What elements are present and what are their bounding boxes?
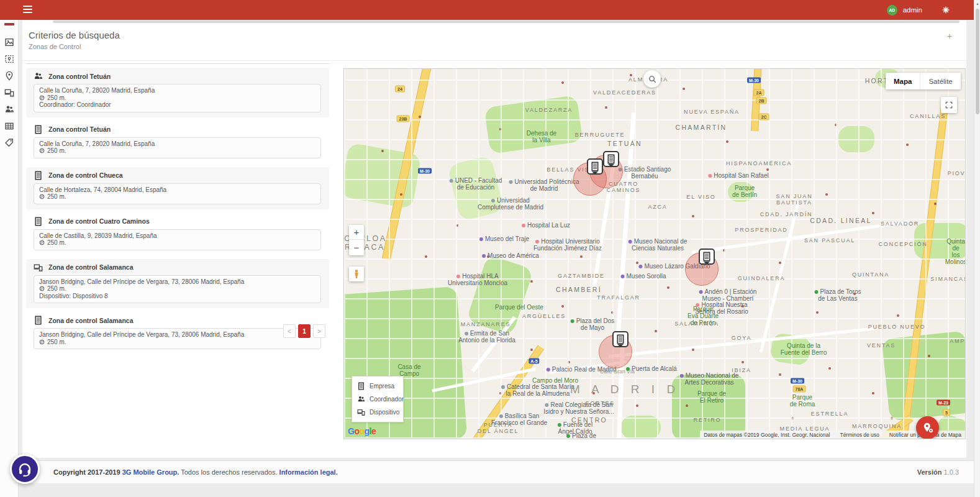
road-shield: M-23: [937, 400, 950, 406]
zone-title: Zona de control Chueca: [48, 171, 123, 179]
horizontal-scrollbar[interactable]: [53, 21, 960, 23]
zone-card-header: Zona de control Salamanca: [26, 263, 329, 272]
scrollbar-thumb[interactable]: [976, 9, 979, 114]
zoom-control: + −: [349, 225, 364, 255]
zone-card[interactable]: Zona control TetuánCalle la Coruña, 7, 2…: [26, 68, 329, 117]
company-link[interactable]: 3G Mobile Group.: [122, 468, 179, 476]
zoom-in-button[interactable]: +: [349, 225, 364, 240]
building-marker-icon[interactable]: [612, 331, 628, 347]
zone-details-box: Janson Bridging, Calle del Príncipe de V…: [34, 275, 321, 304]
map-copyright: Datos de mapas ©2019 Google, Inst. Geogr…: [704, 432, 830, 438]
top-navbar: AD admin: [0, 0, 974, 20]
building-icon: [34, 125, 43, 134]
zoom-out-button[interactable]: −: [349, 240, 364, 255]
road-shield: 5: [943, 409, 950, 416]
zone-card-header: Zona de control Salamanca: [26, 316, 329, 325]
support-chat-fab[interactable]: [10, 454, 40, 484]
road-shield: M-30: [418, 168, 432, 174]
version-label: Versión 1.0.3: [917, 468, 959, 476]
road-shield: 23B: [397, 116, 410, 122]
sidebar-item-tags[interactable]: [4, 138, 14, 148]
locate-zones-fab[interactable]: [916, 416, 939, 439]
zone-title: Zona de control Salamanca: [48, 263, 134, 271]
legend-item-empresa: Empresa: [352, 380, 403, 393]
sidebar-item-locations[interactable]: [4, 71, 14, 81]
building-icon: [357, 382, 365, 390]
radius-icon: [39, 286, 45, 291]
app-logo: [4, 23, 14, 25]
zone-address: Calle la Coruña, 7, 28020 Madrid, España: [39, 140, 315, 148]
map-search-button[interactable]: [643, 70, 661, 88]
google-logo[interactable]: Google: [348, 426, 376, 436]
road-shield: M-30: [747, 78, 761, 83]
zone-address: Calle la Coruña, 7, 28020 Madrid, España: [39, 87, 315, 94]
icon-sidebar: [0, 20, 19, 497]
user-name: admin: [903, 6, 922, 14]
map-type-satellite-button[interactable]: Satélite: [920, 73, 960, 89]
user-menu[interactable]: AD admin: [887, 0, 950, 20]
page-scrollbar[interactable]: ▲: [974, 0, 980, 497]
zone-radius: 250 m.: [39, 94, 315, 102]
footer-copyright: Copyright 2017-2019 3G Mobile Group. Tod…: [53, 468, 338, 476]
pagination-next-button[interactable]: >: [313, 324, 325, 338]
zone-address: Calle de Hortaleza, 74, 28004 Madrid, Es…: [39, 186, 315, 194]
menu-toggle-icon[interactable]: [23, 6, 32, 14]
building-marker-icon[interactable]: [587, 158, 603, 175]
zone-address: Janson Bridging, Calle del Príncipe de V…: [39, 278, 315, 286]
zone-radius: 250 m.: [39, 339, 315, 346]
map-type-map-button[interactable]: Mapa: [886, 73, 920, 89]
avatar: AD: [887, 5, 897, 16]
terms-link[interactable]: Términos de uso: [840, 432, 879, 438]
radius-icon: [39, 240, 45, 245]
zone-card-header: Zona de control Cuatro Caminos: [26, 217, 329, 226]
sidebar-item-control-zones[interactable]: [4, 54, 14, 64]
radius-icon: [39, 148, 45, 153]
zone-card[interactable]: Zona de control SalamancaJanson Bridging…: [26, 259, 329, 309]
expand-panel-icon[interactable]: +: [945, 32, 954, 40]
road-shield: 2A: [754, 89, 764, 96]
road-shield: 24: [395, 86, 405, 93]
zone-address: Calle de Castilla, 9, 28039 Madrid, Espa…: [39, 232, 315, 240]
sidebar-item-reports[interactable]: [4, 121, 14, 131]
zone-card-header: Zona de control Chueca: [26, 171, 329, 180]
radius-icon: [39, 339, 45, 345]
tools-icon[interactable]: [941, 6, 950, 14]
pegman-control[interactable]: [349, 267, 364, 281]
app-root: AD admin ▲ Criterios de búsqueda Zonas d…: [0, 0, 980, 497]
building-icon: [34, 171, 43, 180]
page-subtitle: Zonas de Control: [29, 43, 81, 50]
zone-title: Zona control Tetuán: [48, 73, 111, 80]
search-criteria-panel: Criterios de búsqueda Zonas de Control +…: [22, 21, 966, 458]
map-type-control: Mapa Satélite: [886, 73, 961, 89]
sidebar-item-map-image[interactable]: [4, 37, 14, 47]
zone-card[interactable]: Zona de control ChuecaCalle de Hortaleza…: [26, 167, 329, 209]
zone-card[interactable]: Zona de control Cuatro CaminosCalle de C…: [26, 213, 329, 255]
radius-icon: [39, 95, 45, 101]
road-shield: A-5: [529, 358, 539, 364]
building-icon: [34, 217, 43, 226]
legend-item-coordinador: Coordinador: [352, 393, 403, 406]
building-marker-icon[interactable]: [603, 151, 619, 167]
building-marker-icon[interactable]: [699, 248, 715, 265]
sidebar-item-users[interactable]: [4, 104, 14, 114]
pagination-page-1-button[interactable]: 1: [298, 324, 311, 338]
zone-card[interactable]: Zona control TetuánCalle la Coruña, 7, 2…: [26, 121, 329, 163]
zone-radius: 250 m.: [39, 193, 315, 201]
legend-item-dispositivo: Dispositivo: [352, 406, 403, 419]
device-icon: [34, 263, 43, 272]
sidebar-item-devices[interactable]: [4, 88, 14, 98]
zone-details-box: Calle de Castilla, 9, 28039 Madrid, Espa…: [34, 229, 321, 250]
zone-radius: 250 m.: [39, 239, 315, 247]
legal-info-link[interactable]: Información legal.: [279, 468, 338, 476]
zone-radius: 250 m.: [39, 285, 315, 293]
road-shield: 2C: [759, 114, 769, 121]
zone-title: Zona control Tetuán: [48, 125, 111, 133]
scrollbar-up-icon[interactable]: ▲: [975, 1, 980, 6]
fullscreen-button[interactable]: [941, 97, 957, 113]
headset-icon: [17, 462, 32, 476]
google-map[interactable]: ALMENARAVALDEACEDERASVALDEZARZANUEVA ESP…: [343, 68, 966, 439]
users-icon: [357, 395, 365, 403]
pagination-prev-button[interactable]: <: [283, 324, 296, 338]
page-title: Criterios de búsqueda: [29, 30, 120, 40]
zone-list: Zona control TetuánCalle la Coruña, 7, 2…: [26, 63, 329, 354]
